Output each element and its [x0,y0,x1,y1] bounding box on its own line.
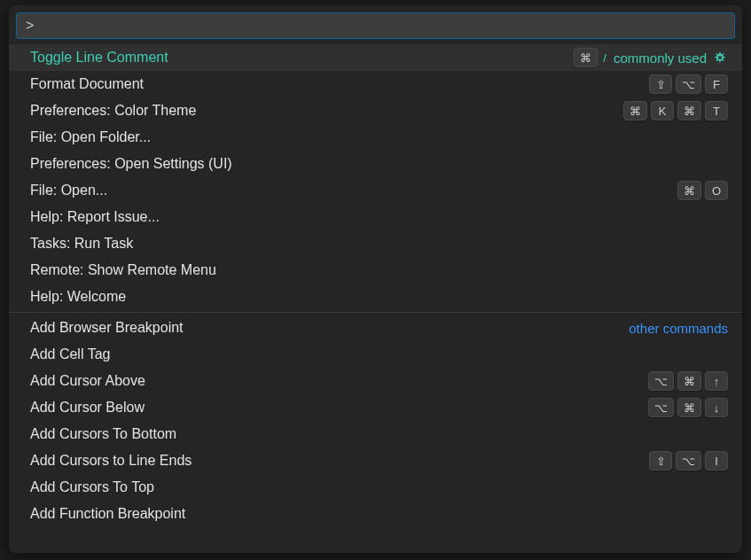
group-divider [9,312,742,313]
command-item[interactable]: Format Document⇧⌥F [9,71,742,97]
keycap: ⇧ [649,451,672,471]
keycap: I [705,451,728,471]
keycap: ⇧ [649,74,672,94]
command-item[interactable]: Preferences: Open Settings (UI) [9,151,742,177]
keycap: ⌘ [574,48,598,67]
row-right: ⌥⌘↓ [648,398,728,417]
keycap: ⌥ [676,74,701,94]
row-right: ⌘/commonly used [574,48,728,67]
command-label: Toggle Line Comment [30,50,168,66]
command-item[interactable]: File: Open Folder... [9,124,742,151]
command-label: Help: Welcome [30,289,126,305]
row-right: ⌘K⌘T [623,101,728,121]
command-input[interactable] [16,12,735,39]
command-label: Preferences: Open Settings (UI) [30,156,232,172]
command-label: Add Cell Tag [30,346,110,362]
command-item[interactable]: Add Function Breakpoint [9,501,742,527]
command-item[interactable]: Add Cell Tag [9,341,742,368]
gear-icon[interactable] [712,50,728,66]
command-label: Add Cursor Above [30,373,145,389]
keybinding: ⇧⌥F [649,74,728,94]
row-right: other commands [629,321,728,336]
command-label: Preferences: Color Theme [30,103,196,119]
command-label: Add Function Breakpoint [30,506,185,522]
command-list: Toggle Line Comment⌘/commonly usedFormat… [9,44,742,553]
command-label: Help: Report Issue... [30,209,160,225]
command-label: Add Cursors to Line Ends [30,453,192,469]
keybinding: ⇧⌥I [649,451,728,471]
group-label: commonly used [614,51,707,66]
keybinding: ⌘O [677,181,728,200]
command-item[interactable]: File: Open...⌘O [9,177,742,204]
keycap: ⌥ [676,451,701,471]
keycap: ⌘ [623,101,647,121]
command-item[interactable]: Add Cursor Below⌥⌘↓ [9,394,742,421]
keycap: O [705,181,728,200]
row-right: ⌥⌘↑ [648,371,728,391]
command-item[interactable]: Add Cursors to Line Ends⇧⌥I [9,447,742,474]
key-separator: / [601,48,608,67]
keycap: ⌘ [677,371,701,391]
command-item[interactable]: Add Cursors To Bottom [9,421,742,447]
command-label: Format Document [30,76,144,92]
keybinding: ⌥⌘↑ [648,371,728,391]
keycap: ↓ [705,398,728,417]
keybinding: ⌘/ [574,48,608,67]
row-right: ⇧⌥I [649,451,728,471]
keybinding: ⌥⌘↓ [648,398,728,417]
keybinding: ⌘K⌘T [623,101,728,121]
keycap: ↑ [705,371,728,391]
command-item[interactable]: Remote: Show Remote Menu [9,257,742,284]
keycap: T [705,101,728,121]
command-label: Add Cursor Below [30,400,145,416]
keycap: ⌥ [648,371,674,391]
keycap: ⌘ [677,181,701,200]
command-label: File: Open Folder... [30,129,151,145]
keycap: ⌘ [677,398,701,417]
command-item[interactable]: Toggle Line Comment⌘/commonly used [9,44,742,71]
command-label: Remote: Show Remote Menu [30,262,216,278]
row-right: ⌘O [677,181,728,200]
group-label: other commands [629,321,728,336]
command-item[interactable]: Preferences: Color Theme⌘K⌘T [9,97,742,124]
keycap: ⌘ [677,101,701,121]
keycap: ⌥ [648,398,674,417]
keycap: F [705,74,728,94]
keycap: K [651,101,674,121]
command-label: File: Open... [30,183,107,198]
command-label: Add Cursors To Bottom [30,426,176,442]
command-label: Add Browser Breakpoint [30,320,184,336]
row-right: ⇧⌥F [649,74,728,94]
command-item[interactable]: Add Cursor Above⌥⌘↑ [9,368,742,394]
command-label: Tasks: Run Task [30,236,133,252]
command-palette: Toggle Line Comment⌘/commonly usedFormat… [9,5,742,553]
command-item[interactable]: Add Browser Breakpointother commands [9,315,742,341]
command-item[interactable]: Help: Welcome [9,284,742,310]
command-item[interactable]: Add Cursors To Top [9,474,742,501]
command-item[interactable]: Tasks: Run Task [9,230,742,257]
command-label: Add Cursors To Top [30,479,154,495]
input-container [9,5,742,44]
command-item[interactable]: Help: Report Issue... [9,204,742,230]
